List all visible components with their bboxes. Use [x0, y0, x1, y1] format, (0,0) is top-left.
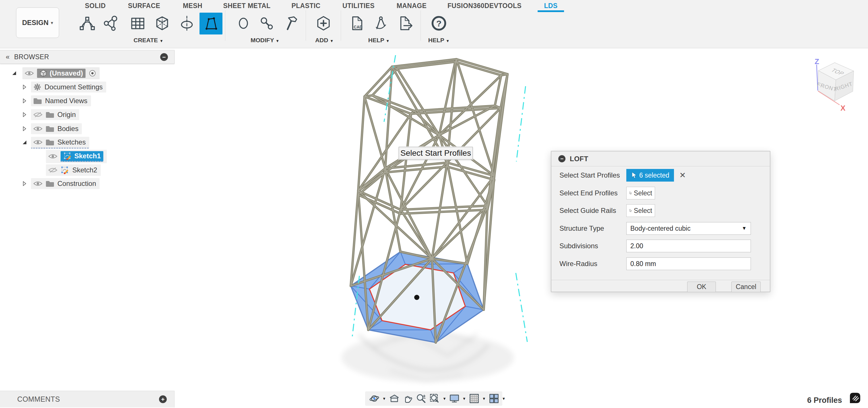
active-tab-underline — [538, 10, 564, 12]
help-question-icon[interactable]: ? — [431, 14, 447, 32]
browser-panel-header[interactable]: « BROWSER − — [0, 50, 175, 64]
chevron-down-icon[interactable]: ▼ — [382, 397, 386, 401]
create-form-icon[interactable] — [79, 14, 95, 32]
chevron-down-icon[interactable]: ▼ — [502, 397, 506, 401]
collapsed-triangle-icon[interactable] — [22, 181, 27, 186]
tree-row-named-views[interactable]: Named Views — [0, 94, 91, 107]
tree-row-sketch1[interactable]: Sketch1 — [0, 150, 107, 163]
toolbar-separator — [225, 10, 225, 41]
tab-fusion360devtools[interactable]: FUSION360DEVTOOLS — [447, 2, 522, 10]
modify-joint-icon[interactable] — [259, 14, 275, 32]
workspace-switcher-button[interactable]: DESIGN ▾ — [16, 7, 59, 38]
visibility-eye-icon[interactable] — [25, 70, 34, 77]
add-comment-icon[interactable]: + — [159, 396, 167, 403]
grid-settings-icon[interactable] — [468, 393, 480, 404]
tab-lds[interactable]: LDS — [544, 2, 557, 10]
lattice-box-icon[interactable] — [154, 14, 170, 32]
structure-type-dropdown[interactable]: Body-centered cubic ▼ — [626, 222, 751, 235]
visibility-eye-icon[interactable] — [33, 180, 42, 187]
viewports-icon[interactable] — [488, 393, 500, 404]
sketch1-selected-pill[interactable]: Sketch1 — [61, 151, 103, 162]
loft-tool-icon-active[interactable] — [199, 12, 222, 34]
subdivisions-input[interactable] — [626, 240, 751, 252]
cancel-button[interactable]: Cancel — [732, 282, 761, 292]
tree-row-construction[interactable]: Construction — [0, 177, 100, 190]
pan-hand-icon[interactable] — [402, 393, 413, 404]
collapsed-triangle-icon[interactable] — [22, 112, 27, 117]
help2-group-label[interactable]: HELP ▼ — [428, 37, 450, 44]
chevron-down-icon[interactable]: ▼ — [462, 397, 466, 401]
feedback-bubble-icon[interactable] — [848, 391, 862, 405]
guide-rails-select-button[interactable]: Select — [626, 204, 655, 217]
modify-ellipse-icon[interactable] — [236, 14, 251, 32]
tree-row-sketch2[interactable]: Sketch2 — [0, 164, 101, 176]
chevron-down-icon[interactable]: ▼ — [443, 397, 446, 401]
tree-item-label: Sketches — [57, 138, 86, 146]
view-cube[interactable]: Z X TOP FRONT RIGHT — [809, 56, 868, 122]
wire-radius-input[interactable] — [626, 257, 751, 270]
panel-minimize-icon[interactable]: − — [160, 53, 168, 61]
display-settings-icon[interactable] — [448, 393, 460, 404]
dialog-row-end-profiles: Select End Profiles Select — [559, 187, 655, 199]
tab-manage[interactable]: MANAGE — [397, 2, 427, 10]
modify-hammer-icon[interactable] — [284, 14, 300, 32]
pattern-grid-icon[interactable] — [130, 14, 146, 32]
tree-row-document[interactable]: (Unsaved) — [0, 67, 100, 80]
end-profiles-select-text: Select — [634, 190, 652, 197]
create-group-label[interactable]: CREATE ▼ — [133, 37, 163, 44]
activate-radio-icon[interactable] — [89, 69, 96, 77]
origin-point[interactable] — [414, 295, 420, 300]
export-file-icon[interactable] — [398, 14, 414, 32]
toolbar-separator — [341, 10, 341, 41]
tab-utilities[interactable]: UTILITIES — [342, 2, 375, 10]
document-selected-pill[interactable]: (Unsaved) — [37, 69, 86, 78]
start-profiles-label: Select Start Profiles — [559, 171, 626, 179]
chevron-down-icon[interactable]: ▼ — [482, 397, 486, 401]
tab-sheet-metal[interactable]: SHEET METAL — [223, 2, 271, 10]
visibility-off-eye-icon[interactable] — [48, 167, 57, 173]
create-label-text: CREATE — [133, 37, 158, 43]
modify-group-label[interactable]: MODIFY ▼ — [251, 37, 279, 44]
collapsed-triangle-icon[interactable] — [22, 98, 27, 104]
tab-solid[interactable]: SOLID — [85, 2, 105, 10]
collapsed-triangle-icon[interactable] — [22, 85, 27, 90]
sketch-icon — [63, 152, 72, 160]
window-zoom-icon[interactable] — [429, 393, 440, 404]
start-profiles-selection-button[interactable]: 6 selected — [626, 169, 674, 182]
help-group-label[interactable]: HELP ▼ — [368, 37, 390, 44]
create-mesh-icon[interactable] — [103, 14, 119, 32]
end-profiles-label: Select End Profiles — [559, 189, 626, 197]
visibility-eye-icon[interactable] — [33, 125, 42, 132]
visibility-off-eye-icon[interactable] — [33, 112, 42, 118]
add-group-label[interactable]: ADD ▼ — [315, 37, 334, 44]
collapsed-triangle-icon[interactable] — [22, 126, 27, 131]
tree-row-origin[interactable]: Origin — [0, 108, 79, 121]
tab-mesh[interactable]: MESH — [183, 2, 203, 10]
add-hexagon-icon[interactable] — [315, 14, 332, 32]
cad-file-icon[interactable]: CAD — [349, 14, 365, 32]
x-axis-label: X — [840, 104, 846, 112]
tree-row-document-settings[interactable]: Document Settings — [0, 81, 106, 93]
look-at-icon[interactable] — [389, 393, 400, 404]
ok-button[interactable]: OK — [687, 282, 716, 292]
visibility-eye-icon[interactable] — [48, 153, 57, 159]
dialog-title: LOFT — [570, 155, 588, 163]
end-profiles-select-button[interactable]: Select — [626, 187, 655, 199]
expanded-triangle-icon[interactable] — [22, 140, 27, 145]
compass-icon[interactable] — [373, 14, 389, 32]
tree-row-sketches[interactable]: Sketches — [0, 136, 89, 149]
revolve-icon[interactable] — [179, 14, 195, 32]
orbit-icon[interactable] — [369, 393, 380, 404]
tree-row-bodies[interactable]: Bodies — [0, 122, 82, 135]
collapse-panel-icon[interactable]: « — [6, 53, 9, 60]
comments-bar[interactable]: COMMENTS + — [0, 391, 175, 407]
expanded-triangle-icon[interactable] — [11, 71, 17, 76]
modify-label-text: MODIFY — [251, 37, 274, 43]
zoom-icon[interactable] — [415, 393, 427, 404]
dialog-collapse-icon[interactable]: − — [558, 155, 565, 162]
tab-surface[interactable]: SURFACE — [128, 2, 160, 10]
tab-plastic[interactable]: PLASTIC — [291, 2, 320, 10]
visibility-eye-icon[interactable] — [33, 139, 42, 145]
loft-dialog-header[interactable]: − LOFT — [551, 151, 770, 166]
clear-selection-icon[interactable]: ✕ — [679, 172, 686, 179]
